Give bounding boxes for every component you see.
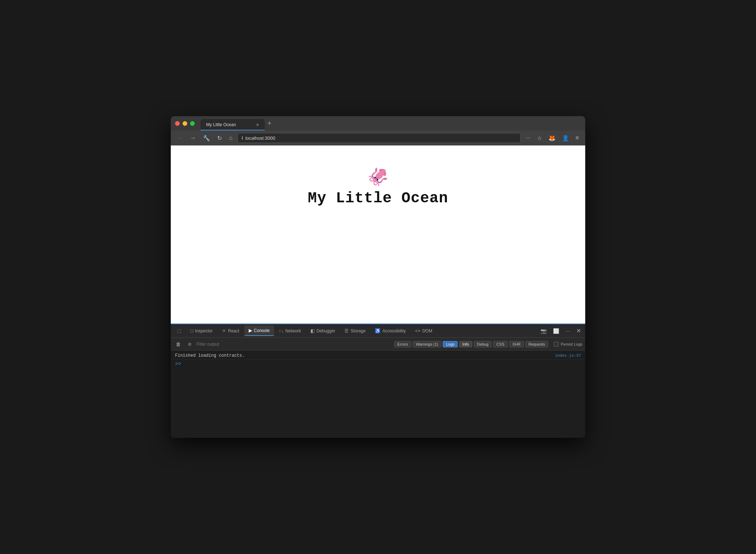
console-log-source[interactable]: index.js:37 <box>555 353 581 358</box>
devtools-tab-react[interactable]: ⚛ React <box>218 326 243 336</box>
filter-errors[interactable]: Errors <box>394 341 411 347</box>
traffic-lights <box>175 121 195 126</box>
devtools-tab-console[interactable]: ▶ Console <box>244 326 274 336</box>
url-text: localhost:3000 <box>245 135 275 141</box>
devtools-tab-inspector[interactable]: □ Inspector <box>186 326 217 336</box>
forward-button[interactable]: → <box>188 133 198 143</box>
console-log-text: Finished loading contracts. <box>175 353 555 358</box>
new-tab-button[interactable]: + <box>268 120 272 127</box>
persist-logs-checkbox[interactable] <box>554 342 559 347</box>
minimize-traffic-light[interactable] <box>183 121 187 126</box>
debugger-label: Debugger <box>317 328 335 333</box>
reload-button[interactable]: ↻ <box>215 133 224 143</box>
devtools-tab-pick[interactable]: ⬚ <box>173 326 185 336</box>
filter-debug[interactable]: Debug <box>474 341 492 347</box>
react-label: React <box>228 328 239 333</box>
clear-console-button[interactable]: 🗑 <box>174 340 183 348</box>
devtools-tab-debugger[interactable]: ◧ Debugger <box>306 326 340 336</box>
filter-requests[interactable]: Requests <box>525 341 548 347</box>
network-icon: ↑↓ <box>279 328 284 333</box>
persist-logs-label: Persist Logs <box>561 342 582 346</box>
back-button[interactable]: ← <box>175 133 185 143</box>
tab-title: My Little Ocean <box>206 122 236 127</box>
storage-icon: ☰ <box>344 328 349 333</box>
react-icon: ⚛ <box>222 328 226 333</box>
close-traffic-light[interactable] <box>175 121 180 126</box>
filter-icon: ⊘ <box>186 341 194 348</box>
devtools-tab-accessibility[interactable]: ♿ Accessibility <box>370 326 410 336</box>
account-button[interactable]: 👤 <box>560 133 571 143</box>
devtools-more-button[interactable]: ··· <box>563 327 572 335</box>
console-log-entry: Finished loading contracts. index.js:37 <box>171 352 585 360</box>
tools-button[interactable]: 🔧 <box>201 133 212 143</box>
network-label: Network <box>285 328 301 333</box>
extension-button[interactable]: 🦊 <box>546 133 558 143</box>
filter-output-input[interactable] <box>197 342 391 347</box>
devtools-tab-network[interactable]: ↑↓ Network <box>275 326 305 336</box>
browser-window: My Little Ocean × + ← → 🔧 ↻ ⌂ ℹ localhos… <box>171 116 585 438</box>
toolbar-right: ··· ☆ 🦊 👤 ≡ <box>523 133 581 143</box>
home-button[interactable]: ⌂ <box>227 133 235 143</box>
console-input-line[interactable]: >> <box>171 360 585 368</box>
inspector-icon: □ <box>190 328 193 333</box>
maximize-traffic-light[interactable] <box>190 121 195 126</box>
bookmark-button[interactable]: ☆ <box>535 133 544 143</box>
pick-icon: ⬚ <box>177 328 181 333</box>
filter-xhr[interactable]: XHR <box>509 341 524 347</box>
devtools-tab-storage[interactable]: ☰ Storage <box>340 326 370 336</box>
filter-logs[interactable]: Logs <box>443 341 458 347</box>
dom-label: DOM <box>422 328 432 333</box>
dom-icon: <> <box>415 328 421 333</box>
console-icon: ▶ <box>249 328 252 333</box>
navigation-toolbar: ← → 🔧 ↻ ⌂ ℹ localhost:3000 ··· ☆ 🦊 👤 ≡ <box>171 130 585 145</box>
active-tab[interactable]: My Little Ocean × <box>200 119 265 130</box>
persist-logs-toggle[interactable]: Persist Logs <box>554 342 582 347</box>
filter-info[interactable]: Info <box>459 341 472 347</box>
devtools-tabs: ⬚ □ Inspector ⚛ React ▶ Console ↑↓ Netwo… <box>171 324 585 338</box>
devtools-tab-dom[interactable]: <> DOM <box>411 326 437 336</box>
filter-css[interactable]: CSS <box>493 341 508 347</box>
devtools-panel: ⬚ □ Inspector ⚛ React ▶ Console ↑↓ Netwo… <box>171 323 585 438</box>
accessibility-label: Accessibility <box>382 328 406 333</box>
console-label: Console <box>254 328 270 333</box>
more-button[interactable]: ··· <box>523 133 532 143</box>
menu-button[interactable]: ≡ <box>573 133 581 143</box>
url-info-icon: ℹ <box>242 135 243 140</box>
console-toolbar: 🗑 ⊘ Errors Warnings (1) Logs Info Debug … <box>171 338 585 351</box>
storage-label: Storage <box>350 328 365 333</box>
tab-close-button[interactable]: × <box>256 122 259 128</box>
page-emoji: 🦑 <box>367 167 389 187</box>
page-content: 🦑 My Little Ocean <box>171 145 585 323</box>
page-title: My Little Ocean <box>308 190 448 207</box>
devtools-close-button[interactable]: ✕ <box>574 326 583 336</box>
console-prompt-icon: >> <box>175 361 181 367</box>
accessibility-icon: ♿ <box>375 328 381 333</box>
tabs-bar: My Little Ocean × + <box>200 116 581 130</box>
split-view-button[interactable]: ⬜ <box>551 327 561 335</box>
debugger-icon: ◧ <box>310 328 315 333</box>
inspector-label: Inspector <box>195 328 213 333</box>
console-filter-buttons: Errors Warnings (1) Logs Info Debug CSS … <box>394 341 548 347</box>
url-bar[interactable]: ℹ localhost:3000 <box>238 133 521 143</box>
filter-warnings[interactable]: Warnings (1) <box>413 341 442 347</box>
console-output: Finished loading contracts. index.js:37 … <box>171 351 585 438</box>
screenshot-button[interactable]: 📷 <box>538 327 549 335</box>
title-bar: My Little Ocean × + <box>171 116 585 130</box>
